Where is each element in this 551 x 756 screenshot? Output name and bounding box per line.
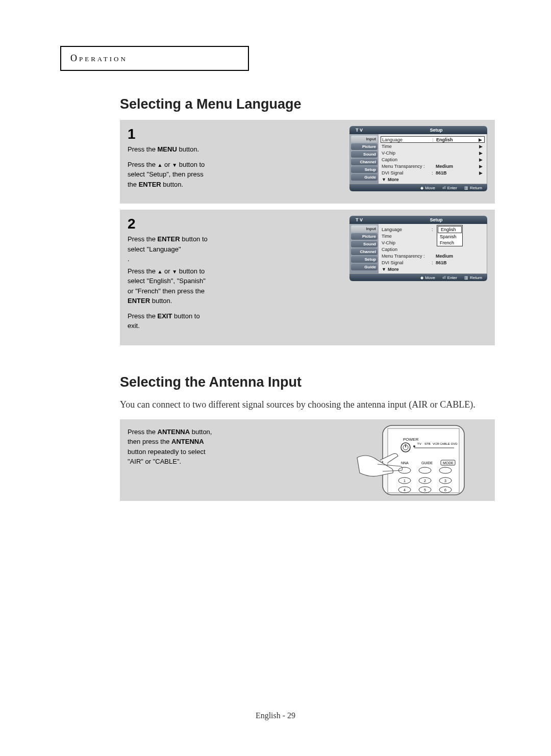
osd-row-time: Time <box>382 233 484 239</box>
svg-text:4: 4 <box>404 488 406 492</box>
osd-footer-move: ◆ Move <box>420 275 435 280</box>
chevron-right-icon: ▶ <box>479 144 484 149</box>
svg-text:DVD: DVD <box>451 442 458 445</box>
osd-tv-label: T V <box>349 128 385 133</box>
chevron-right-icon: ▶ <box>479 170 484 175</box>
antenna-instruction-text: Press the ANTENNA button, then press the… <box>128 427 214 467</box>
chevron-right-icon: ▶ <box>479 137 483 142</box>
svg-text:NNA: NNA <box>401 461 409 465</box>
osd-footer-enter: ⏎ Enter <box>442 275 457 280</box>
osd-setup-label: Setup <box>385 128 487 133</box>
osd-side-sound: Sound <box>351 151 378 158</box>
svg-text:5: 5 <box>424 488 426 492</box>
remote-illustration: POWER TV STB VCR CABLE DVD NNA GUIDE MOD… <box>352 424 480 496</box>
osd-row-vchip: V-Chip▶ <box>382 149 484 156</box>
osd-footer-return: ▥ Return <box>464 186 482 190</box>
osd-tv-label: T V <box>349 217 385 222</box>
step-1-block: 1 Press the MENU button. Press the or bu… <box>120 120 495 204</box>
page-footer: English - 29 <box>0 711 551 720</box>
triangle-up-icon <box>158 267 163 275</box>
triangle-down-icon <box>172 161 177 168</box>
osd-row-caption: Caption <box>382 246 484 253</box>
heading-menu-language: Selecting a Menu Language <box>120 96 495 112</box>
svg-text:6: 6 <box>444 488 446 492</box>
antenna-body-text: You can connect to two different signal … <box>120 398 495 412</box>
osd-side-sound: Sound <box>351 241 378 247</box>
osd-screenshot-2: T V Setup Input Picture Sound Channel Se… <box>349 216 487 281</box>
osd-row-more: ▼More <box>382 266 484 272</box>
lang-spanish: Spanish <box>437 234 462 240</box>
osd-row-dvi: DVI Signal:861B▶ <box>382 169 484 176</box>
svg-text:VCR: VCR <box>433 442 439 445</box>
svg-text:3: 3 <box>444 479 446 483</box>
osd-main-panel: Language:English▶ Time▶ V-Chip▶ Caption▶… <box>379 134 487 184</box>
triangle-down-icon <box>172 267 177 275</box>
svg-text:CABLE: CABLE <box>440 442 450 445</box>
language-dropdown: English Spanish French <box>437 225 463 246</box>
osd-setup-label: Setup <box>385 217 487 222</box>
svg-text:MODE: MODE <box>443 461 454 465</box>
osd-side-input: Input <box>351 136 378 142</box>
svg-text:TV: TV <box>417 442 421 445</box>
osd-side-input: Input <box>351 225 378 232</box>
osd-sidebar: Input Picture Sound Channel Setup Guide <box>350 134 379 184</box>
remote-power-label: POWER <box>403 437 418 442</box>
osd-row-dvi: DVI Signal:861B <box>382 259 484 266</box>
section-header: Operation <box>70 53 128 63</box>
osd-row-vchip: V-Chip <box>382 239 484 246</box>
osd-footer-enter: ⏎ Enter <box>442 186 457 190</box>
lang-french: French <box>437 240 462 246</box>
chevron-right-icon: ▶ <box>479 150 484 156</box>
antenna-remote-block: Press the ANTENNA button, then press the… <box>120 419 495 501</box>
osd-row-caption: Caption▶ <box>382 156 484 163</box>
osd-footer: ◆ Move ⏎ Enter ▥ Return <box>349 274 487 281</box>
osd-screenshot-1: T V Setup Input Picture Sound Channel Se… <box>349 126 487 191</box>
osd-side-guide: Guide <box>351 174 378 181</box>
osd-sidebar: Input Picture Sound Channel Setup Guide <box>350 224 379 273</box>
osd-row-transparency: Menu Transparency :Medium <box>382 253 484 259</box>
svg-point-6 <box>413 445 415 447</box>
step-1-text: Press the MENU button. Press the or butt… <box>128 144 212 189</box>
osd-row-language: Language:English▶ <box>381 136 485 143</box>
triangle-up-icon <box>158 161 163 168</box>
osd-side-guide: Guide <box>351 264 378 270</box>
heading-antenna-input: Selecting the Antenna Input <box>120 374 495 390</box>
osd-row-language: Language: <box>382 226 484 233</box>
osd-side-channel: Channel <box>351 248 378 255</box>
step-2-text: Press the ENTER button to select "Langua… <box>128 234 212 331</box>
osd-side-setup: Setup <box>351 256 378 263</box>
svg-text:1: 1 <box>404 479 406 483</box>
step-2-block: 2 Press the ENTER button to select "Lang… <box>120 210 495 345</box>
osd-side-picture: Picture <box>351 233 378 240</box>
lang-english: English <box>438 226 462 233</box>
osd-side-channel: Channel <box>351 159 378 165</box>
osd-row-transparency: Menu Transparency :Medium▶ <box>382 163 484 169</box>
osd-row-time: Time▶ <box>382 143 484 149</box>
osd-footer-move: ◆ Move <box>420 186 435 190</box>
osd-side-picture: Picture <box>351 143 378 150</box>
svg-text:GUIDE: GUIDE <box>421 461 433 465</box>
svg-text:STB: STB <box>424 442 431 445</box>
osd-row-more: ▼More <box>382 176 484 183</box>
chevron-right-icon: ▶ <box>479 157 484 162</box>
chevron-right-icon: ▶ <box>479 164 484 169</box>
svg-text:2: 2 <box>424 479 426 483</box>
osd-footer-return: ▥ Return <box>464 275 482 280</box>
osd-main-panel: Language: Time V-Chip Caption Menu Trans… <box>379 224 487 273</box>
section-header-box: Operation <box>60 46 249 71</box>
osd-footer: ◆ Move ⏎ Enter ▥ Return <box>349 184 487 191</box>
triangle-down-icon: ▼ <box>382 177 386 182</box>
triangle-down-icon: ▼ <box>382 267 386 272</box>
osd-side-setup: Setup <box>351 166 378 173</box>
